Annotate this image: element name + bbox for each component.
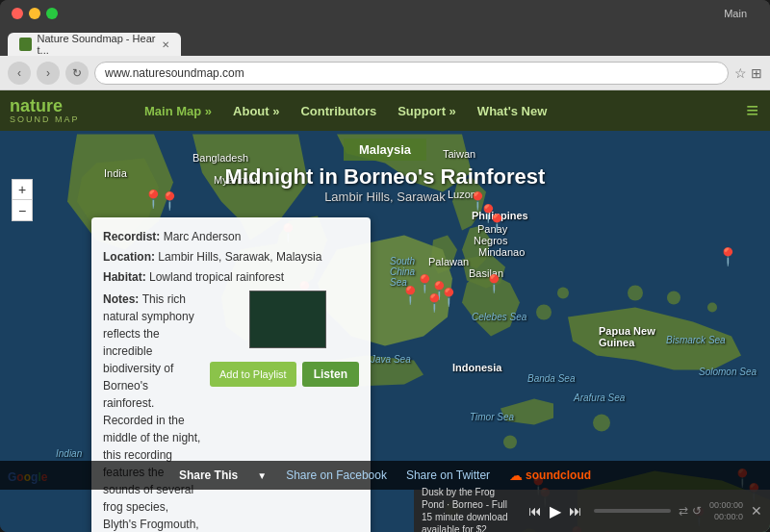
share-bar: Share This ▼ Share on Facebook Share on … (0, 461, 770, 490)
player-controls: ⏮ ▶ ⏭ (525, 501, 586, 520)
map-area[interactable]: India Bangladesh Myanmar Taiwan Philippi… (0, 131, 770, 532)
traffic-lights (12, 8, 58, 19)
location-value: Lambir Hills, Sarawak, Malaysia (158, 250, 321, 264)
soundcloud-link[interactable]: soundcloud (526, 469, 591, 482)
nav-main-map[interactable]: Main Map » (135, 98, 221, 124)
media-player: Dusk by the Frog Pond · Borneo - Full 15… (414, 490, 770, 532)
site-content: nature sound MAP Main Map » About » Cont… (0, 90, 770, 532)
svg-point-20 (593, 415, 610, 432)
marker-21[interactable]: 📍 (717, 246, 732, 266)
zoom-controls: + − (12, 179, 33, 221)
minimize-button[interactable] (29, 8, 40, 19)
url-text: www.naturesoundmap.com (105, 66, 244, 80)
notes-area: Notes: This rich natural symphony reflec… (103, 291, 202, 532)
browser-frame: Main Nature Soundmap - Hear t... ✕ ‹ › ↻… (0, 0, 770, 532)
svg-point-13 (536, 305, 552, 320)
svg-point-21 (628, 286, 643, 301)
star-icon[interactable]: ☆ (734, 65, 747, 81)
player-title: Dusk by the Frog Pond · Borneo - Full 15… (422, 486, 517, 532)
marker-5[interactable]: 📍 (414, 273, 429, 292)
player-time-area: 00:00:00 00:00:0 (709, 500, 743, 521)
player-time-current: 00:00:00 (709, 500, 743, 510)
marker-1[interactable]: 📍 (142, 189, 158, 208)
svg-point-23 (707, 303, 717, 313)
notes-label: Notes: (103, 292, 142, 306)
svg-point-14 (557, 288, 569, 299)
recording-title: Midnight in Borneo's Rainforest (0, 165, 770, 190)
marker-11[interactable]: 📍 (486, 213, 501, 232)
titlebar: Main (0, 0, 770, 27)
notes-text: This rich natural symphony reflects the … (103, 292, 200, 532)
svg-point-19 (503, 436, 517, 449)
soundcloud-icon: ☁ (509, 468, 523, 483)
habitat-field: Habitat: Lowland tropical rainforest (103, 269, 359, 286)
title-overlay: Malaysia Midnight in Borneo's Rainforest… (0, 131, 770, 204)
site-nav: nature sound MAP Main Map » About » Cont… (0, 90, 770, 131)
player-time-total: 00:00:0 (714, 512, 743, 521)
marker-8[interactable]: 📍 (424, 292, 439, 312)
recordist-label: Recordist: (103, 230, 164, 243)
player-shuffle-icon[interactable]: ⇄ (679, 504, 688, 518)
listen-button[interactable]: Listen (302, 362, 359, 387)
marker-2[interactable]: 📍 (159, 190, 174, 210)
player-play-button[interactable]: ▶ (550, 502, 561, 520)
toolbar-icons: ☆ ⊞ (734, 65, 762, 81)
forward-button[interactable]: › (37, 62, 60, 85)
nav-links: Main Map » About » Contributors Support … (135, 98, 556, 124)
popup-buttons: Add to Playlist Listen (210, 362, 359, 387)
player-repeat-icon[interactable]: ↺ (692, 504, 702, 518)
zoom-in-button[interactable]: + (12, 179, 33, 200)
fullscreen-button[interactable] (46, 8, 58, 19)
habitat-label: Habitat: (103, 270, 149, 284)
nav-about[interactable]: About » (223, 98, 289, 124)
zoom-out-button[interactable]: − (12, 200, 33, 221)
logo[interactable]: nature sound MAP (10, 92, 125, 129)
browser-toolbar: ‹ › ↻ www.naturesoundmap.com ☆ ⊞ (0, 56, 770, 90)
nav-support[interactable]: Support » (388, 98, 466, 124)
svg-point-22 (667, 291, 680, 305)
tab-label: Nature Soundmap - Hear t... (38, 33, 156, 56)
hamburger-icon[interactable]: ≡ (746, 98, 758, 123)
popup-right: Add to Playlist Listen (210, 291, 359, 532)
close-button[interactable] (12, 8, 23, 19)
location-badge: Malaysia (344, 139, 426, 161)
recording-subtitle: Lambir Hills, Sarawak (0, 190, 770, 204)
player-next-button[interactable]: ⏭ (565, 501, 586, 520)
nav-whats-new[interactable]: What's New (468, 98, 556, 124)
location-field: Location: Lambir Hills, Sarawak, Malaysi… (103, 249, 359, 266)
window-title: Main (724, 8, 747, 19)
recordist-field: Recordist: Marc Anderson (103, 229, 359, 245)
location-label: Location: (103, 250, 158, 264)
logo-text: nature (10, 97, 80, 114)
back-button[interactable]: ‹ (8, 62, 31, 85)
popup-content-row: Notes: This rich natural symphony reflec… (103, 291, 359, 532)
share-label: Share This (179, 469, 238, 482)
marker-12[interactable]: 📍 (483, 273, 499, 292)
soundcloud-area: ☁ soundcloud (509, 468, 591, 483)
refresh-button[interactable]: ↻ (65, 62, 89, 85)
nav-contributors[interactable]: Contributors (291, 98, 386, 124)
share-twitter-link[interactable]: Share on Twitter (406, 469, 490, 482)
recordist-value: Marc Anderson (164, 230, 242, 243)
tab-close-icon[interactable]: ✕ (162, 39, 169, 50)
tab-bar: Nature Soundmap - Hear t... ✕ (0, 27, 770, 56)
player-prev-button[interactable]: ⏮ (525, 501, 546, 520)
recording-thumbnail (249, 291, 326, 348)
logo-sub: sound MAP (10, 114, 80, 124)
share-chevron-icon: ▼ (257, 470, 267, 481)
habitat-value: Lowland tropical rainforest (149, 270, 284, 284)
marker-active[interactable]: 📍 (399, 285, 415, 304)
player-close-icon[interactable]: ✕ (751, 503, 762, 519)
active-tab[interactable]: Nature Soundmap - Hear t... ✕ (8, 33, 181, 56)
bookmark-icon[interactable]: ⊞ (751, 65, 762, 81)
player-icons: ⇄ ↺ (679, 504, 702, 518)
share-facebook-link[interactable]: Share on Facebook (286, 469, 387, 482)
url-bar[interactable]: www.naturesoundmap.com (94, 62, 729, 85)
tab-favicon (19, 38, 32, 51)
player-progress-bar[interactable] (594, 509, 671, 513)
add-to-playlist-button[interactable]: Add to Playlist (210, 362, 296, 387)
